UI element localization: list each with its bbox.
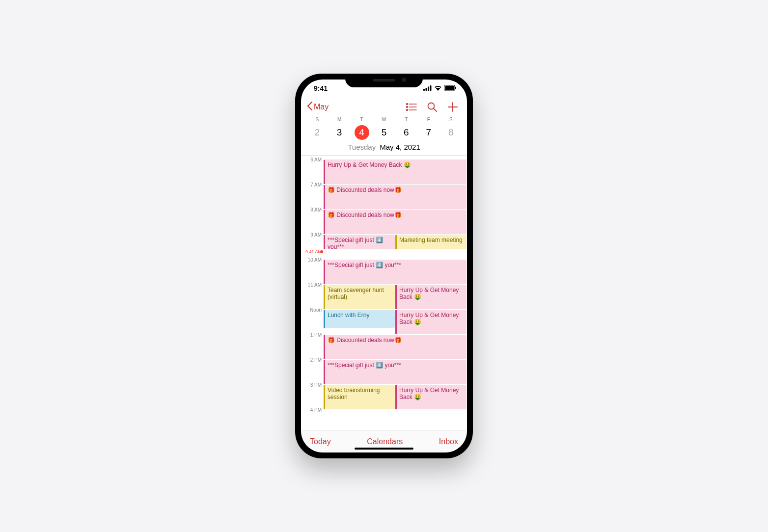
day-column[interactable]: M3 — [328, 117, 350, 140]
calendar-event[interactable]: Hurry Up & Get Money Back 🤑 — [395, 385, 466, 409]
svg-rect-5 — [445, 86, 454, 90]
calendar-event[interactable]: Hurry Up & Get Money Back 🤑 — [395, 285, 466, 309]
day-of-week: Tuesday — [348, 143, 376, 151]
event-title: Hurry Up & Get Money Back 🤑 — [399, 387, 459, 400]
day-letter: S — [306, 117, 328, 122]
event-title: 🎁 Discounted deals now🎁 — [328, 186, 402, 193]
current-time-dot — [320, 250, 323, 253]
hour-label: 10 AM — [308, 257, 322, 263]
event-title: ***Special gift just 4️⃣ you*** — [328, 362, 401, 369]
current-time-line — [301, 252, 467, 252]
hour-label: Noon — [310, 307, 322, 313]
signal-icon — [423, 84, 432, 92]
day-number: 3 — [337, 125, 342, 140]
hour-line — [324, 285, 467, 285]
hour-gutter: 6 AM7 AM8 AM9 AM10 AM11 AMNoon1 PM2 PM3 … — [301, 156, 324, 430]
day-column[interactable]: W5 — [373, 117, 395, 140]
day-number: 2 — [314, 125, 320, 140]
svg-rect-3 — [430, 85, 432, 91]
event-title: Lunch with Erny — [328, 312, 369, 319]
day-number: 5 — [382, 125, 387, 140]
day-column[interactable]: F7 — [417, 117, 439, 140]
hour-line — [324, 385, 467, 385]
notch — [345, 74, 423, 87]
today-button[interactable]: Today — [310, 437, 331, 446]
svg-rect-2 — [428, 87, 429, 91]
nav-bar: May — [301, 97, 467, 117]
hour-line — [324, 260, 467, 260]
calendar-event[interactable]: Lunch with Erny — [324, 310, 395, 328]
day-letter: F — [417, 117, 439, 122]
nav-actions — [406, 102, 461, 112]
hour-line — [324, 335, 467, 335]
hour-line — [324, 185, 467, 185]
inbox-button[interactable]: Inbox — [439, 437, 458, 446]
back-label: May — [314, 103, 329, 111]
status-time: 9:41 — [314, 84, 328, 92]
status-right — [423, 84, 456, 92]
event-title: ***Special gift just 4️⃣ you*** — [328, 262, 401, 268]
hour-line — [324, 360, 467, 360]
chevron-left-icon — [307, 102, 313, 112]
hour-label: 7 AM — [310, 182, 322, 187]
hour-label: 4 PM — [310, 407, 322, 413]
event-title: Hurry Up & Get Money Back 🤑 — [328, 161, 411, 168]
svg-rect-6 — [455, 87, 456, 89]
calendars-button[interactable]: Calendars — [367, 437, 403, 446]
event-title: 🎁 Discounted deals now🎁 — [328, 337, 402, 344]
calendar-event[interactable]: Hurry Up & Get Money Back 🤑 — [395, 310, 466, 334]
svg-rect-0 — [423, 89, 425, 91]
calendar-event[interactable]: 🎁 Discounted deals now🎁 — [324, 210, 466, 234]
calendar-event[interactable]: 🎁 Discounted deals now🎁 — [324, 185, 466, 209]
svg-point-7 — [407, 104, 408, 105]
wifi-icon — [434, 84, 442, 92]
day-letter: T — [351, 117, 373, 122]
back-button[interactable]: May — [307, 102, 329, 112]
day-letter: T — [395, 117, 417, 122]
phone-frame: 9:41 May — [295, 74, 473, 458]
calendar-event[interactable]: Marketing team meeting — [395, 235, 466, 249]
day-column[interactable]: T4 — [351, 117, 373, 140]
day-column[interactable]: T6 — [395, 117, 417, 140]
day-number: 7 — [426, 125, 432, 140]
events-layer: Hurry Up & Get Money Back 🤑🎁 Discounted … — [324, 156, 467, 430]
hour-label: 6 AM — [310, 157, 322, 162]
day-number: 4 — [359, 125, 364, 140]
plus-icon — [448, 102, 458, 112]
list-icon — [406, 103, 417, 111]
hour-label: 1 PM — [310, 332, 322, 338]
hour-label: 3 PM — [310, 382, 322, 388]
home-indicator[interactable] — [355, 448, 413, 450]
hour-line — [324, 310, 467, 310]
event-title: Team scavenger hunt (virtual) — [328, 287, 384, 300]
day-column[interactable]: S8 — [440, 117, 462, 140]
calendar-event[interactable]: ***Special gift just 4️⃣ you*** — [324, 260, 466, 284]
calendar-event[interactable]: ***Special gift just 4️⃣ you*** — [324, 235, 395, 249]
day-column[interactable]: S2 — [306, 117, 328, 140]
search-icon — [427, 102, 437, 112]
calendar-event[interactable]: ***Special gift just 4️⃣ you*** — [324, 360, 466, 384]
event-title: ***Special gift just 4️⃣ you*** — [328, 237, 383, 249]
calendar-event[interactable]: Team scavenger hunt (virtual) — [324, 285, 395, 309]
list-view-button[interactable] — [406, 102, 417, 112]
battery-icon — [444, 84, 456, 92]
search-button[interactable] — [427, 102, 438, 112]
calendar-event[interactable]: 🎁 Discounted deals now🎁 — [324, 335, 466, 359]
calendar-event[interactable]: Video brainstorming session — [324, 385, 395, 409]
svg-rect-1 — [426, 88, 427, 91]
hour-line — [324, 160, 467, 160]
screen: 9:41 May — [301, 80, 467, 452]
week-strip: S2M3T4W5T6F7S8 — [301, 117, 467, 140]
event-title: 🎁 Discounted deals now🎁 — [328, 212, 402, 218]
hour-label: 11 AM — [308, 282, 322, 288]
event-title: Hurry Up & Get Money Back 🤑 — [399, 312, 459, 325]
add-event-button[interactable] — [447, 102, 458, 112]
day-letter: S — [440, 117, 462, 122]
calendar-event[interactable]: Hurry Up & Get Money Back 🤑 — [324, 160, 466, 184]
svg-point-11 — [407, 109, 408, 111]
day-number: 6 — [404, 125, 409, 140]
hour-line — [324, 235, 467, 235]
timeline[interactable]: 6 AM7 AM8 AM9 AM10 AM11 AMNoon1 PM2 PM3 … — [301, 156, 467, 430]
hour-line — [324, 210, 467, 210]
full-date: May 4, 2021 — [380, 143, 420, 151]
